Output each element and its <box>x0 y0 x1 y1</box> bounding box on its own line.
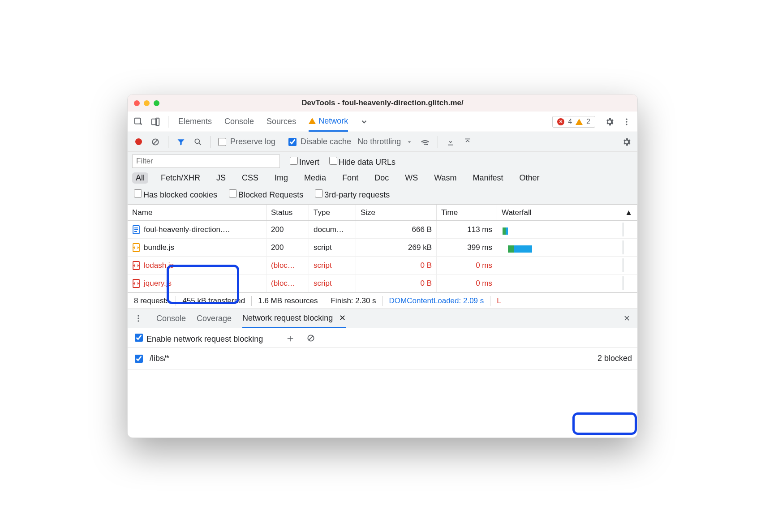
divider <box>168 136 168 148</box>
checkbox-label: Enable network request blocking <box>146 335 263 343</box>
panel-settings-icon[interactable] <box>619 135 634 149</box>
col-status[interactable]: Status <box>266 205 309 220</box>
record-button[interactable] <box>131 135 146 149</box>
preserve-log-checkbox[interactable]: Preserve log <box>216 137 275 147</box>
col-waterfall[interactable]: Waterfall▲ <box>497 205 637 220</box>
chip-fetchxhr[interactable]: Fetch/XHR <box>157 172 204 184</box>
col-type[interactable]: Type <box>309 205 356 220</box>
error-icon <box>557 118 564 125</box>
network-filter-strip: Invert Hide data URLs All Fetch/XHR JS C… <box>128 152 637 205</box>
table-row[interactable]: foul-heavenly-direction.… 200 docum… 666… <box>128 221 637 239</box>
col-name[interactable]: Name <box>128 205 266 220</box>
invert-checkbox[interactable]: Invert <box>288 155 319 167</box>
chip-manifest[interactable]: Manifest <box>469 172 507 184</box>
tab-console[interactable]: Console <box>224 112 254 132</box>
drawer-tab-network-request-blocking[interactable]: Network request blocking ✕ <box>242 309 346 328</box>
checkbox-label: Hide data URLs <box>339 158 395 167</box>
throttling-value: No throttling <box>357 137 401 146</box>
tab-label: Coverage <box>197 314 232 323</box>
sort-indicator-icon: ▲ <box>625 208 632 217</box>
add-pattern-icon[interactable]: ＋ <box>283 331 297 345</box>
kebab-menu-icon[interactable] <box>619 115 634 129</box>
chip-media[interactable]: Media <box>301 172 330 184</box>
cell-status: 200 <box>266 221 309 238</box>
table-row[interactable]: bundle.js 200 script 269 kB 399 ms <box>128 239 637 257</box>
col-label: Waterfall <box>502 208 531 217</box>
enable-request-blocking-checkbox[interactable]: Enable network request blocking <box>133 332 263 344</box>
cell-status: 200 <box>266 239 309 256</box>
summary-domcontentloaded: DOMContentLoaded: 2.09 s <box>389 296 484 305</box>
close-tab-icon[interactable]: ✕ <box>339 313 346 323</box>
warning-count: 2 <box>586 118 590 126</box>
col-size[interactable]: Size <box>356 205 437 220</box>
chip-wasm[interactable]: Wasm <box>430 172 460 184</box>
inspect-element-icon[interactable] <box>131 115 146 129</box>
cell-time: 0 ms <box>437 257 497 274</box>
cell-waterfall <box>497 275 637 292</box>
issues-summary[interactable]: 4 2 <box>552 116 595 128</box>
remove-all-patterns-icon[interactable] <box>304 331 318 345</box>
clear-icon[interactable] <box>148 135 163 149</box>
blocking-pattern-row[interactable]: /libs/* 2 blocked <box>128 348 637 369</box>
network-request-blocking-panel: Enable network request blocking ＋ /libs/… <box>128 328 637 438</box>
tab-label: Console <box>156 314 186 323</box>
has-blocked-cookies-checkbox[interactable]: Has blocked cookies <box>132 188 217 200</box>
svg-rect-0 <box>135 118 141 124</box>
disable-cache-checkbox[interactable]: Disable cache <box>287 137 351 147</box>
divider <box>168 116 168 128</box>
chip-js[interactable]: JS <box>213 172 229 184</box>
filter-icon[interactable] <box>174 135 188 149</box>
cell-name: lodash.js <box>144 261 174 270</box>
chip-all[interactable]: All <box>132 172 148 184</box>
chip-other[interactable]: Other <box>516 172 543 184</box>
cell-type: docum… <box>309 221 356 238</box>
chip-font[interactable]: Font <box>339 172 362 184</box>
chip-css[interactable]: CSS <box>238 172 262 184</box>
window-title: DevTools - foul-heavenly-direction.glitc… <box>128 99 637 107</box>
svg-point-15 <box>138 320 139 322</box>
checkbox-label: Has blocked cookies <box>143 190 217 199</box>
drawer-tab-console[interactable]: Console <box>156 309 186 328</box>
tab-label: Console <box>224 117 254 126</box>
tab-elements[interactable]: Elements <box>178 112 212 132</box>
summary-requests: 8 requests <box>134 296 169 305</box>
col-time[interactable]: Time <box>437 205 497 220</box>
svg-point-13 <box>138 315 139 317</box>
cell-size: 269 kB <box>356 239 437 256</box>
tab-network[interactable]: Network <box>309 112 348 132</box>
third-party-checkbox[interactable]: 3rd-party requests <box>313 188 390 200</box>
checkbox-label: Invert <box>299 158 319 167</box>
device-toolbar-icon[interactable] <box>148 115 163 129</box>
drawer-kebab-icon[interactable] <box>131 311 146 326</box>
export-har-icon[interactable] <box>460 135 475 149</box>
cell-time: 113 ms <box>437 221 497 238</box>
cell-time: 0 ms <box>437 275 497 292</box>
pattern-text: /libs/* <box>150 354 169 363</box>
more-tabs-icon[interactable] <box>357 115 371 129</box>
import-har-icon[interactable] <box>443 135 458 149</box>
chip-img[interactable]: Img <box>271 172 292 184</box>
summary-transferred: 455 kB transferred <box>182 296 245 305</box>
tab-sources[interactable]: Sources <box>266 112 296 132</box>
network-conditions-icon[interactable] <box>418 135 432 149</box>
hide-data-urls-checkbox[interactable]: Hide data URLs <box>327 155 395 167</box>
drawer-tab-coverage[interactable]: Coverage <box>197 309 232 328</box>
chip-doc[interactable]: Doc <box>371 172 392 184</box>
cell-waterfall <box>497 257 637 274</box>
warning-icon <box>576 119 583 125</box>
pattern-enabled-checkbox[interactable] <box>135 355 143 363</box>
blocked-requests-checkbox[interactable]: Blocked Requests <box>227 188 303 200</box>
checkbox-label: Preserve log <box>230 137 275 146</box>
settings-icon[interactable] <box>602 115 617 129</box>
table-row[interactable]: lodash.js (bloc… script 0 B 0 ms <box>128 257 637 275</box>
throttling-select[interactable]: No throttling <box>357 137 415 146</box>
svg-point-4 <box>626 121 627 122</box>
close-drawer-icon[interactable]: ✕ <box>619 311 634 326</box>
cell-waterfall <box>497 221 637 238</box>
search-icon[interactable] <box>191 135 205 149</box>
pattern-blocked-count: 2 blocked <box>597 354 632 363</box>
error-count: 4 <box>568 118 572 126</box>
filter-input[interactable] <box>132 154 280 168</box>
chip-ws[interactable]: WS <box>401 172 421 184</box>
table-row[interactable]: jquery.js (bloc… script 0 B 0 ms <box>128 275 637 292</box>
